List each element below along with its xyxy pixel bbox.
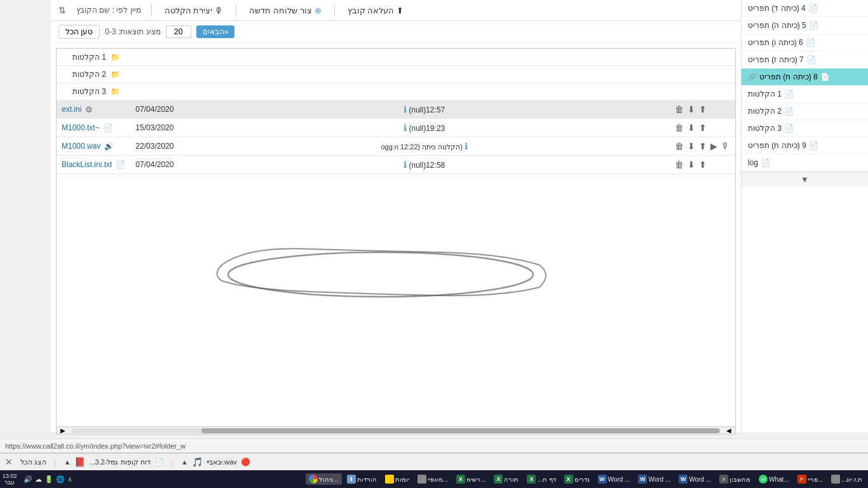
taskbar-label-yomot: יומות	[395, 476, 409, 483]
download-action-icon-2[interactable]: ⬇	[688, 123, 695, 133]
next-page-button[interactable]: «הבאים	[196, 25, 235, 38]
sidebar-item-label-6: 6 (כיתה ו) תפריט	[748, 38, 803, 47]
sidebar-item-7[interactable]: 📄 7 (כיתה ז) תפריט	[742, 51, 868, 69]
sidebar-item-rec2[interactable]: 📄 2 הקלטות	[742, 103, 868, 120]
system-tray: 13:02 עבר 🔊 ☁ 🔋 🌐 ∧	[3, 473, 72, 485]
upload-action-icon[interactable]: ⬆	[699, 104, 707, 114]
sidebar-item-6[interactable]: 📄 6 (כיתה ו) תפריט	[742, 34, 868, 51]
download-action-icon-4[interactable]: ⬇	[688, 159, 695, 170]
taskbar-item-chrome[interactable]: ניהול...	[306, 473, 341, 485]
taskbar-item-calc[interactable]: # מחשבון	[716, 473, 754, 485]
delete-action-icon-2[interactable]: 🗑	[675, 123, 684, 133]
scroll-left-btn[interactable]: ◀	[722, 427, 735, 434]
sidebar-item-icon-rec2: 📄	[784, 107, 794, 116]
download-action-icon[interactable]: ⬇	[688, 104, 695, 114]
taskbar-item-yomot[interactable]: יומות	[382, 473, 412, 485]
chevron-up-pdf[interactable]: ▲	[64, 458, 71, 466]
create-recording-label: יצירת הקלטה	[165, 6, 213, 15]
sidebar-item-5[interactable]: 📄 5 (כיתה ה) תפריט	[742, 17, 868, 34]
sidebar-item-label-9: 9 (כיתה ח) תפריט	[748, 141, 806, 150]
table-row[interactable]: ⬆ ⬇ 🗑 ℹ (null)12:58 07/04/2020 📄 Black	[57, 156, 735, 174]
upload-file-button[interactable]: ⬆ העלאה קובץ	[345, 4, 407, 17]
page-number-input[interactable]	[166, 25, 191, 38]
info-icon-m1000wav[interactable]: ℹ	[465, 141, 468, 151]
load-all-button[interactable]: טען הכל	[58, 25, 100, 39]
info-icon-m1000txt[interactable]: ℹ	[403, 123, 407, 133]
table-row[interactable]: 📁 1 הקלטות	[57, 49, 735, 66]
taskbar-item-whatsapp[interactable]: W What...	[756, 473, 792, 485]
taskbar-item-priya[interactable]: P פריי...	[794, 473, 826, 485]
sidebar-item-rec3[interactable]: 📄 3 הקלטות	[742, 120, 868, 137]
word-icon-3: W	[679, 475, 688, 484]
taskbar-label-priya: פריי...	[808, 476, 823, 483]
wav-label: יבאביי.wav	[207, 458, 237, 466]
tray-icon-network[interactable]: 🌐	[56, 475, 65, 484]
external-link-icon-8: 🔗	[748, 73, 757, 81]
taskbar-item-maapii[interactable]: מאפיי...	[414, 473, 451, 485]
taskbar-item-torah[interactable]: X תורה	[491, 473, 522, 485]
taskbar-item-word3[interactable]: W Word ...	[675, 473, 714, 485]
download-item-pdf[interactable]: ▲ 📕 ...דוח קופות גמל-3.2 📄	[64, 457, 163, 467]
upload-action-icon-3[interactable]: ⬆	[699, 141, 707, 151]
table-row[interactable]: ⬆ ⬇ 🗑 ℹ (null)12:57 07/04/2020 ⚙ ext.in	[57, 100, 735, 119]
taskbar-item-word1[interactable]: W Word ...	[595, 473, 634, 485]
priya-icon: P	[797, 475, 806, 484]
tray-icon-dots[interactable]: ∧	[67, 475, 72, 484]
taskbar-item-ndarim[interactable]: X נדרים	[561, 473, 593, 485]
sidebar-item-4[interactable]: 📄 4 (כיתה ד) תפריט	[742, 0, 868, 17]
sort-icon[interactable]: ⇅	[58, 5, 66, 15]
upload-action-icon-4[interactable]: ⬆	[699, 159, 707, 170]
sidebar-item-label-rec1: 1 הקלטות	[748, 90, 782, 98]
show-all-label[interactable]: הצג הכל	[20, 458, 46, 466]
tray-icon-sound[interactable]: 🔊	[24, 475, 32, 484]
folder-icon-1: 📁	[111, 53, 120, 62]
info-icon-extini[interactable]: ℹ	[403, 104, 407, 114]
tray-icon-cloud[interactable]: ☁	[35, 475, 42, 484]
table-row[interactable]: 📁 2 הקלטות	[57, 66, 735, 83]
taskbar-time-value: 13:02	[3, 473, 17, 479]
table-row[interactable]: 🎙 ▶ ⬆ ⬇ 🗑 ℹ (הקלטה כיתה (ogg.n 12:22 22/…	[57, 137, 735, 156]
table-row[interactable]: ⬆ ⬇ 🗑 ℹ (null)19:23 15/03/2020 📄 ~M100	[57, 119, 735, 137]
delete-action-icon-4[interactable]: 🗑	[675, 159, 684, 170]
download-bar-close[interactable]: ✕	[5, 457, 13, 467]
download-action-icon-3[interactable]: ⬇	[688, 141, 695, 151]
sidebar-scroll-down[interactable]: ▼	[742, 172, 868, 187]
horizontal-scrollbar[interactable]: ◀ ▶	[57, 426, 735, 434]
taskbar-label-torah: תורה	[504, 476, 519, 483]
mic-action-icon[interactable]: 🎙	[721, 141, 730, 151]
scroll-right-btn[interactable]: ▶	[57, 427, 69, 434]
chevron-up-wav[interactable]: ▲	[181, 458, 188, 466]
separator2	[236, 4, 236, 17]
delete-action-icon-3[interactable]: 🗑	[675, 141, 684, 151]
folder-icon-3: 📁	[111, 87, 120, 96]
upload-action-icon-2[interactable]: ⬆	[699, 123, 707, 133]
new-send-button[interactable]: ⊕ צור שלוחה חדשה	[247, 4, 323, 17]
sort-label: מיין לפי : שם הקובץ	[76, 6, 141, 15]
tray-icon-battery[interactable]: 🔋	[44, 475, 53, 484]
file-table-container[interactable]: 📁 1 הקלטות 📁 2 הקלטות	[56, 48, 736, 435]
sidebar-item-9[interactable]: 📄 9 (כיתה ח) תפריט	[742, 137, 868, 154]
play-action-icon[interactable]: ▶	[710, 141, 717, 151]
folder-icon-2: 📁	[111, 70, 120, 79]
taskbar-item-daf[interactable]: X ...דף ח	[524, 473, 559, 485]
taskbar-item-tz[interactable]: ...ת.ז.יונ	[828, 473, 865, 485]
sidebar-item-rec1[interactable]: 📄 1 הקלטות	[742, 86, 868, 103]
sidebar-item-8[interactable]: 📄 8 (כיתה ח) תפריט 🔗	[742, 69, 868, 86]
create-recording-button[interactable]: 🎙 יצירת הקלטה	[162, 4, 226, 17]
delete-action-icon[interactable]: 🗑	[675, 104, 684, 114]
file-user-m1000txt: ℹ (null)19:23	[179, 119, 670, 137]
sidebar-item-log[interactable]: 📄 log	[742, 154, 868, 172]
settings-icon-extini[interactable]: ⚙	[85, 105, 93, 114]
file-date-m1000txt: 15/03/2020	[130, 119, 179, 137]
file-date-extini: 07/04/2020	[130, 100, 179, 119]
taskbar-item-word2[interactable]: W Word ...	[635, 473, 674, 485]
taskbar-item-downloads[interactable]: ⬇ הורדות	[344, 473, 380, 485]
sidebar-item-label-rec2: 2 הקלטות	[748, 107, 782, 116]
download-item-wav[interactable]: ▲ 🎵 יבאביי.wav 🔴	[181, 457, 250, 467]
text-file-icon-blacklist: 📄	[116, 160, 125, 169]
taskbar-item-resheim[interactable]: X רשימ...	[453, 473, 489, 485]
info-icon-blacklist[interactable]: ℹ	[403, 159, 407, 170]
chrome-taskbar-icon	[309, 475, 318, 484]
table-row[interactable]: 📁 3 הקלטות	[57, 83, 735, 100]
file-name-m1000wav: M1000.wav	[62, 142, 100, 151]
